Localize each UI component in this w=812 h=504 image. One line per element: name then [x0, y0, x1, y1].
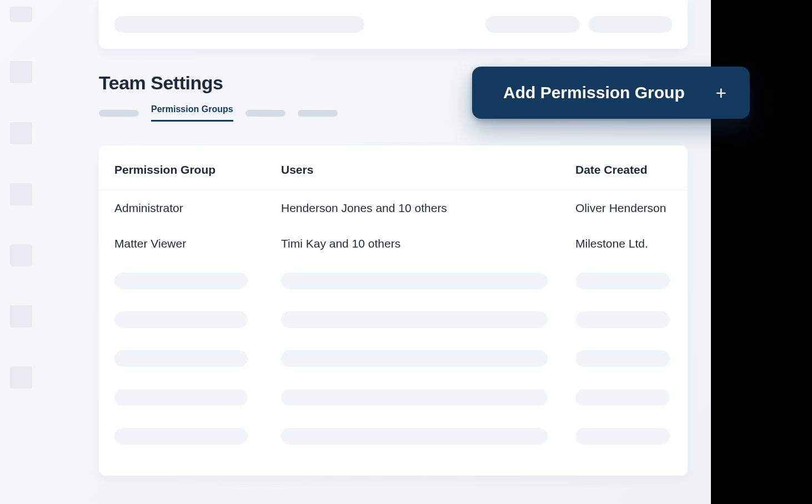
permission-groups-table: Permission Group Users Date Created Admi…	[99, 145, 688, 476]
plus-icon: +	[715, 83, 726, 102]
table-row[interactable]: Matter Viewer Timi Kay and 10 others Mil…	[99, 226, 688, 261]
cell-placeholder	[281, 350, 548, 367]
table-row-placeholder	[99, 300, 688, 339]
search-placeholder[interactable]	[114, 16, 364, 33]
table-header-row: Permission Group Users Date Created	[99, 145, 688, 190]
cell-placeholder	[575, 273, 670, 289]
left-nav-rail	[10, 0, 49, 389]
col-header-group: Permission Group	[114, 163, 281, 177]
cell-placeholder	[114, 428, 248, 445]
cell-placeholder	[281, 428, 548, 445]
nav-placeholder	[10, 244, 32, 266]
cell-group: Administrator	[114, 201, 281, 215]
nav-placeholder	[10, 183, 32, 205]
table-row-placeholder	[99, 417, 688, 456]
nav-placeholder	[10, 7, 32, 22]
tab-permission-groups[interactable]: Permission Groups	[151, 104, 233, 122]
app-frame: Team Settings Permission Groups Add Perm…	[0, 0, 711, 504]
nav-placeholder	[10, 305, 32, 327]
nav-placeholder	[10, 61, 32, 83]
page-title: Team Settings	[99, 72, 223, 94]
cell-users: Henderson Jones and 10 others	[281, 201, 575, 215]
col-header-users: Users	[281, 163, 575, 177]
cell-placeholder	[114, 389, 248, 406]
nav-placeholder	[10, 122, 32, 144]
col-header-date-created: Date Created	[575, 163, 703, 177]
topbar-action-placeholder[interactable]	[485, 16, 580, 33]
cell-placeholder	[114, 350, 248, 367]
cell-placeholder	[281, 311, 548, 328]
cell-placeholder	[114, 311, 248, 328]
cell-placeholder	[575, 389, 670, 406]
table-row-placeholder	[99, 261, 688, 300]
top-bar	[99, 0, 688, 49]
cell-placeholder	[575, 350, 670, 367]
cell-date-created: Oliver Henderson	[575, 201, 703, 215]
nav-placeholder	[10, 366, 32, 389]
tab-placeholder[interactable]	[99, 110, 139, 117]
cell-placeholder	[281, 389, 548, 406]
cell-date-created: Milestone Ltd.	[575, 237, 703, 250]
cell-placeholder	[114, 273, 248, 289]
add-permission-group-button[interactable]: Add Permission Group +	[472, 67, 750, 119]
cell-placeholder	[281, 273, 548, 289]
table-row-placeholder	[99, 339, 688, 378]
table-row-placeholder	[99, 378, 688, 417]
topbar-action-placeholder[interactable]	[589, 16, 672, 33]
cell-placeholder	[575, 311, 670, 328]
tabs-row: Permission Groups	[99, 104, 338, 122]
tab-placeholder[interactable]	[298, 110, 338, 117]
table-row[interactable]: Administrator Henderson Jones and 10 oth…	[99, 190, 688, 226]
cell-placeholder	[575, 428, 670, 445]
cell-users: Timi Kay and 10 others	[281, 237, 575, 250]
cell-group: Matter Viewer	[114, 237, 281, 250]
tab-placeholder[interactable]	[245, 110, 285, 117]
add-button-label: Add Permission Group	[503, 83, 685, 102]
